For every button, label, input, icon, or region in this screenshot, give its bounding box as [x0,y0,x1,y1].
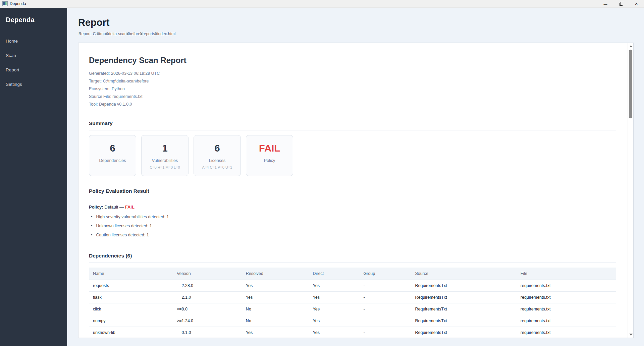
policy-bullet: Caution licenses detected: 1 [89,230,616,239]
report-meta-line: Ecosystem: Python [89,85,616,93]
dependency-group: - [359,315,411,327]
summary-card: 6 Licenses A=4 C=1 P=0 U=1 [194,135,241,176]
summary-card-subtext: C=0 H=1 M=0 L=0 [150,165,180,169]
policy-result: FAIL [125,205,135,210]
dependency-source: RequirementsTxt [411,315,516,327]
summary-card-subtext: A=4 C=1 P=0 U=1 [202,165,232,169]
dependency-name: numpy [89,315,173,327]
dependency-file: requirements.txt [517,280,616,292]
sidebar-brand: Dependa [0,16,67,24]
scrollbar-thumb[interactable] [629,50,632,118]
app-icon [2,1,8,6]
report-meta-line: Generated: 2026-03-13 06:18:28 UTC [89,70,616,77]
dependency-resolved: Yes [242,327,309,338]
summary-heading: Summary [89,120,616,130]
report-path-label: Report: C:¥tmp¥delta-scan¥before¥reports… [78,32,176,36]
policy-label: Policy: [89,205,103,210]
summary-card: 6 Dependencies [89,135,136,176]
policy-name: Default — [104,205,125,210]
dependency-version: ==2.28.0 [173,280,242,292]
sidebar-nav-item[interactable]: Settings [0,82,67,96]
sidebar-nav-item[interactable]: Report [0,67,67,82]
dependency-row: unknown-lib ==0.1.0 Yes Yes - Requiremen… [89,327,616,338]
summary-card-label: Vulnerabilities [152,158,178,163]
policy-heading: Policy Evaluation Result [89,188,616,198]
summary-card-value: FAIL [259,143,280,153]
dependency-group: - [359,292,411,303]
restore-icon [620,3,623,6]
sidebar-nav: HomeScanReportSettings [0,39,67,96]
window-controls: — ✕ [598,0,644,7]
dependency-source: RequirementsTxt [411,292,516,303]
close-button[interactable]: ✕ [629,0,644,8]
dependency-name: flask [89,292,173,303]
summary-card-value: 6 [110,143,115,153]
sidebar-nav-item[interactable]: Home [0,39,67,53]
dependency-direct: Yes [309,303,360,315]
dependencies-column-header: Source [411,268,516,280]
restore-button[interactable] [613,0,629,8]
report-webview: Dependency Scan Report Generated: 2026-0… [78,43,634,338]
sidebar-nav-item[interactable]: Scan [0,53,67,67]
main-area: Report Report: C:¥tmp¥delta-scan¥before¥… [67,8,644,346]
dependency-row: click >=8.0 No Yes - RequirementsTxt req… [89,303,616,315]
dependency-direct: Yes [309,280,360,292]
dependencies-table: NameVersionResolvedDirectGroupSourceFile… [89,268,616,338]
close-icon: ✕ [635,2,638,6]
dependency-name: unknown-lib [89,327,173,338]
dependency-version: >=1.24.0 [173,315,242,327]
scroll-down-button[interactable] [628,332,634,337]
summary-card: 1 Vulnerabilities C=0 H=1 M=0 L=0 [141,135,189,176]
dependency-version: ==2.1.0 [173,292,242,303]
dependency-version: ==0.1.0 [173,327,242,338]
dependency-direct: Yes [309,292,360,303]
summary-card-label: Dependencies [99,158,126,163]
dependency-direct: Yes [309,327,360,338]
dependencies-column-header: File [517,268,616,280]
window-title: Dependa [10,1,26,6]
page-title: Report [78,17,109,28]
dependency-resolved: Yes [242,292,309,303]
scroll-down-icon [629,334,633,336]
policy-result-line: Policy: Default — FAIL [89,205,616,210]
summary-card-label: Licenses [209,158,225,163]
dependencies-heading: Dependencies (6) [89,253,616,263]
dependency-name: click [89,303,173,315]
dependencies-column-header: Resolved [242,268,309,280]
summary-card-label: Policy [264,158,275,163]
minimize-icon: — [604,2,607,6]
dependencies-header-row: NameVersionResolvedDirectGroupSourceFile [89,268,616,280]
dependency-version: >=8.0 [173,303,242,315]
report-meta-line: Source File: requirements.txt [89,93,616,101]
report-meta-line: Target: C:\tmp\delta-scan\before [89,77,616,85]
policy-bullet: High severity vulnerabilities detected: … [89,212,616,221]
summary-card: FAIL Policy [246,135,293,176]
dependency-name: requests [89,280,173,292]
dependency-group: - [359,280,411,292]
dependency-group: - [359,327,411,338]
dependency-source: RequirementsTxt [411,280,516,292]
dependencies-column-header: Name [89,268,173,280]
dependencies-column-header: Version [173,268,242,280]
report-title: Dependency Scan Report [89,56,616,65]
summary-card-value: 6 [214,143,220,153]
summary-card-value: 1 [162,143,167,153]
dependency-resolved: No [242,303,309,315]
dependency-source: RequirementsTxt [411,303,516,315]
window-titlebar: Dependa — ✕ [0,0,644,8]
scroll-up-button[interactable] [628,43,634,49]
dependency-file: requirements.txt [517,292,616,303]
vertical-scrollbar[interactable] [628,43,633,338]
dependency-file: requirements.txt [517,327,616,338]
dependency-direct: Yes [309,315,360,327]
minimize-button[interactable]: — [598,0,613,8]
dependencies-column-header: Group [359,268,411,280]
dependency-row: flask ==2.1.0 Yes Yes - RequirementsTxt … [89,292,616,303]
report-meta: Generated: 2026-03-13 06:18:28 UTCTarget… [89,70,616,108]
dependency-resolved: Yes [242,280,309,292]
dependency-file: requirements.txt [517,315,616,327]
sidebar: Dependa HomeScanReportSettings [0,8,67,346]
dependencies-column-header: Direct [309,268,360,280]
policy-bullet: Unknown licenses detected: 1 [89,221,616,230]
summary-cards: 6 Dependencies 1 Vulnerabilities C=0 H=1… [89,135,616,176]
